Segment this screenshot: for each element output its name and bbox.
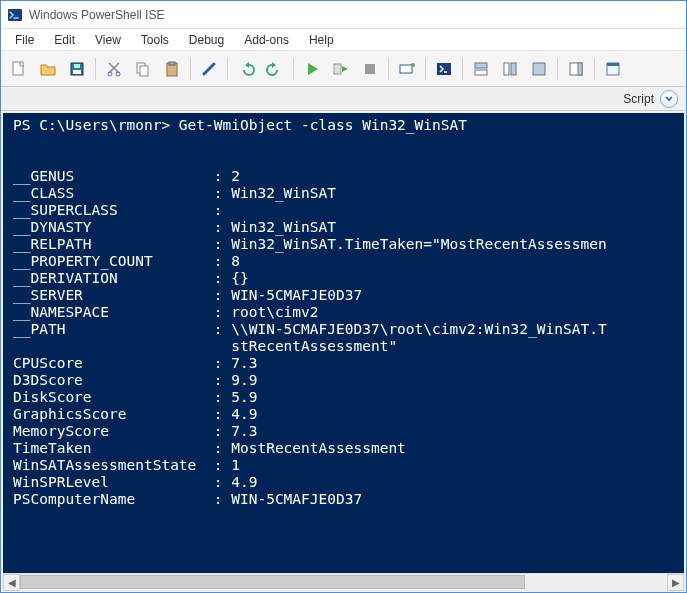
open-button[interactable] <box>34 55 62 83</box>
window-titlebar: Windows PowerShell ISE <box>1 1 686 29</box>
show-script-top-button[interactable] <box>467 55 495 83</box>
separator <box>425 58 426 80</box>
svg-point-14 <box>411 63 415 67</box>
menu-addons[interactable]: Add-ons <box>234 31 299 49</box>
separator <box>594 58 595 80</box>
tab-strip: Script <box>1 87 686 111</box>
new-button[interactable] <box>5 55 33 83</box>
show-script-max-button[interactable] <box>525 55 553 83</box>
separator <box>388 58 389 80</box>
clear-button[interactable] <box>195 55 223 83</box>
separator <box>293 58 294 80</box>
toolbar <box>1 51 686 87</box>
copy-button[interactable] <box>129 55 157 83</box>
run-selection-button[interactable] <box>327 55 355 83</box>
chevron-down-icon[interactable] <box>660 90 678 108</box>
svg-rect-12 <box>365 64 375 74</box>
svg-rect-3 <box>73 70 81 74</box>
separator <box>95 58 96 80</box>
svg-rect-22 <box>578 63 582 75</box>
show-script-right-button[interactable] <box>496 55 524 83</box>
svg-rect-16 <box>475 63 487 68</box>
paste-button[interactable] <box>158 55 186 83</box>
menu-view[interactable]: View <box>85 31 131 49</box>
svg-rect-19 <box>511 63 516 75</box>
console-output[interactable]: PS C:\Users\rmonr> Get-WmiObject -class … <box>3 113 684 573</box>
menu-file[interactable]: File <box>5 31 44 49</box>
svg-rect-4 <box>74 64 80 68</box>
undo-button[interactable] <box>232 55 260 83</box>
svg-rect-18 <box>504 63 509 75</box>
menu-bar: File Edit View Tools Debug Add-ons Help <box>1 29 686 51</box>
svg-rect-11 <box>334 64 341 74</box>
save-button[interactable] <box>63 55 91 83</box>
svg-rect-17 <box>475 70 487 75</box>
new-remote-tab-button[interactable] <box>393 55 421 83</box>
scroll-right-arrow-icon[interactable]: ▶ <box>667 574 684 591</box>
redo-button[interactable] <box>261 55 289 83</box>
separator <box>557 58 558 80</box>
tab-script-label: Script <box>623 92 654 106</box>
svg-rect-20 <box>533 63 545 75</box>
menu-help[interactable]: Help <box>299 31 344 49</box>
menu-tools[interactable]: Tools <box>131 31 179 49</box>
scroll-thumb[interactable] <box>20 575 525 589</box>
menu-debug[interactable]: Debug <box>179 31 234 49</box>
show-command-window-button[interactable] <box>599 55 627 83</box>
scroll-left-arrow-icon[interactable]: ◀ <box>3 574 20 591</box>
separator <box>190 58 191 80</box>
svg-rect-13 <box>400 65 412 73</box>
menu-edit[interactable]: Edit <box>44 31 85 49</box>
show-command-addon-button[interactable] <box>562 55 590 83</box>
run-script-button[interactable] <box>298 55 326 83</box>
console-pane: PS C:\Users\rmonr> Get-WmiObject -class … <box>1 111 686 592</box>
powershell-tab-button[interactable] <box>430 55 458 83</box>
svg-rect-10 <box>169 62 175 65</box>
svg-rect-24 <box>607 63 619 66</box>
window-title: Windows PowerShell ISE <box>29 8 164 22</box>
horizontal-scrollbar[interactable]: ◀ ▶ <box>3 573 684 590</box>
separator <box>462 58 463 80</box>
stop-button[interactable] <box>356 55 384 83</box>
scroll-track[interactable] <box>20 574 667 591</box>
cut-button[interactable] <box>100 55 128 83</box>
separator <box>227 58 228 80</box>
svg-rect-0 <box>8 9 22 21</box>
svg-rect-8 <box>140 66 148 76</box>
app-icon <box>7 7 23 23</box>
